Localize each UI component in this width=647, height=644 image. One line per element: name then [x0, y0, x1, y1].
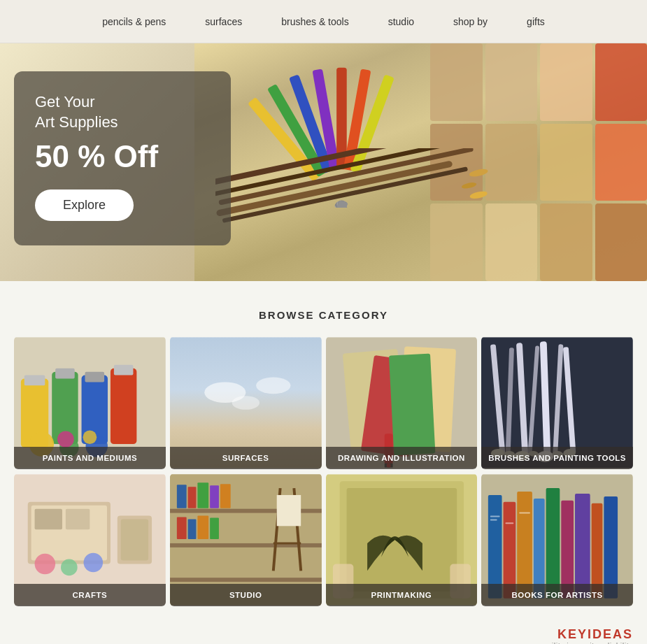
- brand-logo: KEYIDEAS agility·ingenuity·reliability: [543, 627, 633, 644]
- svg-rect-83: [177, 517, 187, 539]
- svg-rect-103: [575, 494, 590, 599]
- category-drawing[interactable]: DRAWING AND ILLUSTRATION: [326, 336, 478, 469]
- svg-rect-86: [210, 517, 219, 539]
- browse-title: BROWSE CATEGORY: [14, 309, 633, 321]
- color-block-3: [540, 43, 592, 121]
- nav-item-shopby[interactable]: shop by: [434, 16, 507, 27]
- svg-rect-77: [170, 578, 322, 582]
- nav-item-pencils[interactable]: pencils & pens: [83, 16, 185, 27]
- explore-button[interactable]: Explore: [35, 189, 134, 221]
- brand-name: KEYIDEAS: [543, 627, 633, 642]
- svg-point-20: [461, 181, 477, 189]
- brushes-svg: [215, 148, 532, 267]
- svg-rect-81: [210, 485, 219, 508]
- color-block-4: [595, 43, 648, 121]
- svg-rect-85: [197, 516, 208, 539]
- main-navigation: pencils & pens surfaces brushes & tools …: [0, 0, 647, 43]
- category-printmaking-label: PRINTMAKING: [326, 584, 478, 606]
- category-books[interactable]: BOOKS FOR ARTISTS: [481, 473, 633, 606]
- svg-rect-66: [35, 509, 62, 530]
- svg-rect-80: [197, 482, 208, 508]
- svg-rect-99: [517, 492, 532, 599]
- category-studio-label: STUDIO: [170, 584, 322, 606]
- hero-subtitle: Get YourArt Supplies: [35, 92, 210, 132]
- svg-point-68: [35, 554, 56, 575]
- hero-discount: 50 % Off: [35, 139, 210, 174]
- svg-rect-97: [488, 495, 502, 599]
- color-block-7: [540, 124, 592, 201]
- browse-section: BROWSE CATEGORY PAINTS AND MEDIUMS: [0, 281, 647, 620]
- hero-section: Get YourArt Supplies 50 % Off Explore: [0, 43, 647, 281]
- category-printmaking[interactable]: PRINTMAKING: [326, 473, 478, 606]
- svg-rect-67: [66, 509, 90, 530]
- svg-point-21: [469, 190, 488, 200]
- footer: KEYIDEAS agility·ingenuity·reliability: [0, 620, 647, 644]
- color-block-2: [485, 43, 538, 121]
- color-block-12: [595, 203, 648, 281]
- svg-rect-105: [604, 496, 618, 599]
- svg-rect-79: [187, 487, 196, 508]
- category-paints[interactable]: PAINTS AND MEDIUMS: [14, 336, 166, 469]
- category-crafts[interactable]: CRAFTS: [14, 473, 166, 606]
- category-studio[interactable]: STUDIO: [170, 473, 322, 606]
- nav-item-gifts[interactable]: gifts: [507, 16, 564, 27]
- category-surfaces-label: SURFACES: [170, 447, 322, 469]
- nav-item-studio[interactable]: studio: [369, 16, 434, 27]
- svg-point-19: [468, 168, 488, 178]
- category-paints-label: PAINTS AND MEDIUMS: [14, 447, 166, 469]
- svg-point-39: [232, 396, 259, 410]
- hero-overlay: Get YourArt Supplies 50 % Off Explore: [14, 71, 231, 245]
- category-surfaces[interactable]: SURFACES: [170, 336, 322, 469]
- svg-point-69: [61, 559, 78, 576]
- svg-rect-78: [177, 485, 187, 508]
- svg-rect-101: [546, 488, 560, 599]
- svg-rect-44: [388, 354, 435, 456]
- svg-rect-84: [187, 519, 196, 539]
- category-drawing-label: DRAWING AND ILLUSTRATION: [326, 447, 478, 469]
- svg-rect-107: [490, 519, 497, 520]
- svg-point-35: [83, 430, 97, 444]
- color-block-8: [595, 124, 648, 201]
- svg-rect-26: [55, 368, 75, 379]
- category-grid: PAINTS AND MEDIUMS SURFACES: [14, 336, 633, 606]
- nav-item-surfaces[interactable]: surfaces: [185, 16, 262, 27]
- svg-rect-106: [490, 516, 500, 517]
- category-crafts-label: CRAFTS: [14, 584, 166, 606]
- svg-rect-28: [85, 372, 104, 382]
- svg-point-34: [57, 431, 74, 448]
- nav-item-brushes[interactable]: brushes & tools: [262, 16, 369, 27]
- brand-name-rest: IDEAS: [588, 627, 633, 641]
- svg-rect-72: [121, 519, 148, 560]
- color-block-11: [540, 203, 592, 281]
- svg-rect-29: [111, 368, 136, 444]
- hero-art: [194, 43, 648, 281]
- svg-rect-108: [506, 522, 514, 524]
- category-brushes[interactable]: BRUSHES AND PAINTING TOOLS: [481, 336, 633, 469]
- svg-point-38: [256, 378, 290, 394]
- svg-rect-90: [276, 495, 300, 526]
- svg-rect-82: [220, 484, 231, 508]
- svg-rect-30: [114, 365, 134, 375]
- category-brushes-label: BRUSHES AND PAINTING TOOLS: [481, 447, 633, 469]
- svg-point-70: [84, 553, 104, 573]
- brand-name-highlight: KEY: [557, 627, 588, 641]
- category-books-label: BOOKS FOR ARTISTS: [481, 584, 633, 606]
- svg-rect-109: [519, 513, 530, 514]
- svg-rect-24: [24, 375, 45, 386]
